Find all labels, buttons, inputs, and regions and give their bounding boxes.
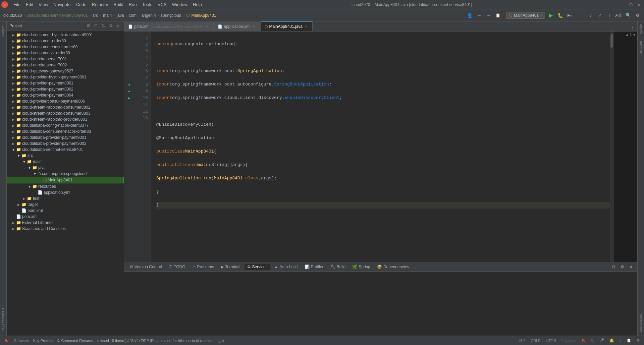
tab-build[interactable]: 🔨 Build [328,264,348,270]
tree-item-sentinel8401[interactable]: ▼ 📁 cloudalibaba-sentinel-service8401 [7,147,124,153]
gutter-9[interactable]: ● [124,88,134,95]
status-share[interactable]: ↑ [618,338,623,343]
tree-item-application-yml[interactable]: ▶ 📄 application.yml [7,189,124,195]
status-notifications2[interactable]: 🔔 [608,338,615,343]
gutter-10-run[interactable]: ▶ [124,95,134,101]
status-position[interactable]: 13:2 [517,338,527,343]
debug-button[interactable]: 🐛 [556,12,564,19]
tree-item-external-libraries[interactable]: ▶ 📁 External Libraries [7,220,124,226]
tab-yaml-close[interactable]: ✕ [252,24,256,29]
scrollbar-thumb[interactable] [610,34,613,48]
tree-item-main[interactable]: ▼ 📁 main [7,159,124,165]
tree-item-target[interactable]: ▶ 📁 target [7,202,124,208]
tab-more-button[interactable]: ⋮ [628,24,637,31]
bottom-panel-expand-btn[interactable]: ⊡ [610,263,617,271]
tree-item-rabbit-consumer8802[interactable]: ▶ 📁 cloud-stream-rabbitmq-consumer8802 [7,104,124,110]
tree-item-nacos-client3377[interactable]: ▶ 📁 cloudalibaba-config-nacos-client3377 [7,122,124,128]
tree-item-src[interactable]: ▼ 📁 src [7,153,124,159]
menu-file[interactable]: File [11,0,23,9]
forward-button[interactable]: → [485,12,492,19]
tree-item-payment8002[interactable]: ▶ 📁 cloud-provider-payment8002 [7,86,124,92]
menu-navigate[interactable]: Navigate [51,0,73,9]
run-button[interactable]: ▶ [547,12,554,19]
panel-hide-button[interactable]: ✕ [115,23,121,29]
menu-refactor[interactable]: Refactor [89,0,111,9]
tab-auto-build[interactable]: ▲ Auto-build [272,264,301,270]
menu-build[interactable]: Build [111,0,126,9]
tree-item-zk-order80[interactable]: ▶ 📁 cloud-consumerzk-order80 [7,50,124,56]
tree-item-package[interactable]: ▼ ⬡ com.angenin.springcloud [7,171,124,177]
tree-item-rabbit-provider8801[interactable]: ▶ 📁 cloud-stream-rabbitmq-provider8801 [7,116,124,122]
back-button[interactable]: ← [476,12,483,19]
database-label[interactable]: Database [639,37,643,57]
tree-item-test[interactable]: ▶ 📁 test [7,195,124,202]
more-run-options[interactable]: ⋮ [575,12,583,19]
tab-problems[interactable]: ⚠ Problems [190,264,217,270]
menu-code[interactable]: Code [73,0,89,9]
tab-java-close[interactable]: ✕ [304,24,308,29]
status-encoding[interactable]: UTF-8 [544,338,557,343]
tree-item-scratches[interactable]: ▶ 📁 Scratches and Consoles [7,226,124,232]
settings-button[interactable]: ⚙ [634,12,641,19]
code-content[interactable]: package com.angenin.springcloud; import … [151,32,610,262]
key-promoter-label[interactable]: Key Promoter X [1,305,5,334]
tree-item-pom-8401[interactable]: ▶ 📄 pom.xml [7,208,124,214]
tree-item-order80[interactable]: ▶ 📁 cloud-consumer-order80 [7,38,124,44]
menu-run[interactable]: Run [126,0,140,9]
status-extra1[interactable]: 📋 [625,338,633,343]
bottom-panel-settings-btn[interactable]: ⚙ [619,263,626,271]
menu-tools[interactable]: Tools [140,0,155,9]
run-with-coverage-button[interactable]: ▶ₓ [566,12,573,19]
status-line-sep[interactable]: CRLF [529,338,542,343]
tree-item-mainapp8401[interactable]: ▶ ⬡ MainApp8401 [7,177,124,183]
tree-item-dashboard9001[interactable]: ▶ 📁 cloud-consumer-hystrix-dashboard9001 [7,32,124,38]
search-everywhere-button[interactable]: 🔍 [625,12,632,19]
tree-item-consul-order80[interactable]: ▶ 📁 cloud-consumerconsul-order80 [7,44,124,50]
run-configuration[interactable]: ⬡ MainApp8401 ▾ [506,12,545,19]
status-bookmarks[interactable]: 🔖 [3,338,10,343]
tree-item-payment9002[interactable]: ▶ 📁 cloudalibaba-provider-payment9002 [7,140,124,147]
panel-expand-button[interactable]: ⊞ [86,23,92,29]
status-mic[interactable]: 🎤 [598,338,605,343]
tree-item-eureka7002[interactable]: ▶ 📁 cloud-eureka-server7002 [7,62,124,68]
tree-item-gateway9527[interactable]: ▶ 📁 cloud-gateway-gateway9527 [7,68,124,74]
tab-dependencies[interactable]: 📦 Dependencies [374,264,412,270]
bottom-panel-hide-btn[interactable]: ✕ [627,263,635,271]
tree-item-eureka7001[interactable]: ▶ 📁 cloud-eureka-server7001 [7,56,124,62]
tree-item-java[interactable]: ▼ 📁 java [7,165,124,171]
tree-item-pom-root[interactable]: ▶ 📄 pom.xml [7,214,124,220]
tab-spring[interactable]: 🌿 Spring [350,264,373,270]
tree-item-rabbit-consumer8803[interactable]: ▶ 📁 cloud-stream-rabbitmq-consumer8803 [7,110,124,116]
minimize-button[interactable]: ─ [619,1,627,8]
menu-window[interactable]: Window [169,0,190,9]
status-structure[interactable]: Structure [13,338,31,343]
git-push-button[interactable]: ↑ [606,12,613,19]
recent-files-button[interactable]: 📋 [494,12,502,19]
project-side-label[interactable]: Project [1,23,5,39]
close-button[interactable]: ✕ [635,1,643,8]
menu-vcs[interactable]: VCS [155,0,169,9]
tab-pom-xml[interactable]: 📄 pom.xml (cloudalibaba-sentinel-service… [124,22,214,31]
status-translate[interactable]: 英 [589,337,595,344]
tree-item-resources[interactable]: ▼ 📁 resources [7,183,124,189]
tab-application-yml[interactable]: 📄 application.yml ✕ [214,22,260,31]
panel-sort-button[interactable]: ⇅ [100,23,106,29]
status-extra2[interactable]: ⚙ [635,338,641,343]
notifications-label[interactable]: Notifications [639,311,643,334]
tab-version-control[interactable]: ⚙ Version Control [127,264,165,270]
tree-item-nacos-order83[interactable]: ▶ 📁 cloudalibaba-consumer-nacos-order83 [7,128,124,134]
git-commit-button[interactable]: ✓ [596,12,604,19]
tree-item-payment8004[interactable]: ▶ 📁 cloud-provider-payment8004 [7,92,124,98]
menu-view[interactable]: View [36,0,51,9]
maximize-button[interactable]: □ [627,1,635,8]
panel-settings-button[interactable]: ⚙ [108,23,114,29]
panel-collapse-button[interactable]: ⊟ [93,23,99,29]
translate-button[interactable]: A文 [615,12,623,19]
git-update-button[interactable]: ↓ [587,12,594,19]
maven-label[interactable]: Maven [639,21,643,37]
tab-mainapp8401[interactable]: ⬡ MainApp8401.java ✕ [261,21,313,31]
profile-button[interactable]: 👤 [466,12,474,19]
tab-todo[interactable]: ☑ TODO [166,264,188,270]
tab-terminal[interactable]: ▶ Terminal [218,264,243,270]
tab-pom-close[interactable]: ✕ [205,24,209,29]
